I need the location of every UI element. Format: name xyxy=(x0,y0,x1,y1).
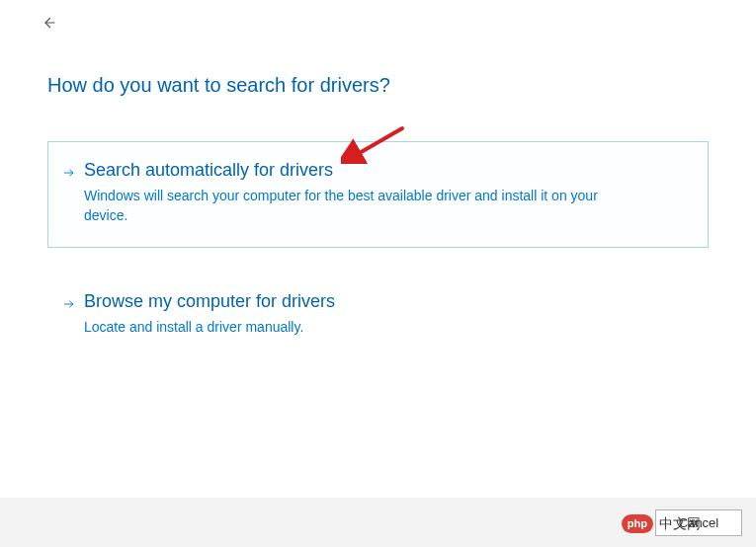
arrow-right-icon xyxy=(62,166,76,183)
footer-bar: Cancel xyxy=(0,498,756,547)
option-search-automatically[interactable]: Search automatically for drivers Windows… xyxy=(47,141,709,248)
option-title: Search automatically for drivers xyxy=(84,160,686,181)
option-browse-computer[interactable]: Browse my computer for drivers Locate an… xyxy=(47,273,709,360)
option-title: Browse my computer for drivers xyxy=(84,291,686,312)
option-description: Windows will search your computer for th… xyxy=(84,187,637,225)
page-heading: How do you want to search for drivers? xyxy=(47,74,709,97)
option-description: Locate and install a driver manually. xyxy=(84,318,637,338)
main-content: How do you want to search for drivers? S… xyxy=(0,0,756,360)
arrow-right-icon xyxy=(62,297,76,314)
cancel-button[interactable]: Cancel xyxy=(655,509,742,536)
back-button[interactable] xyxy=(40,14,59,34)
